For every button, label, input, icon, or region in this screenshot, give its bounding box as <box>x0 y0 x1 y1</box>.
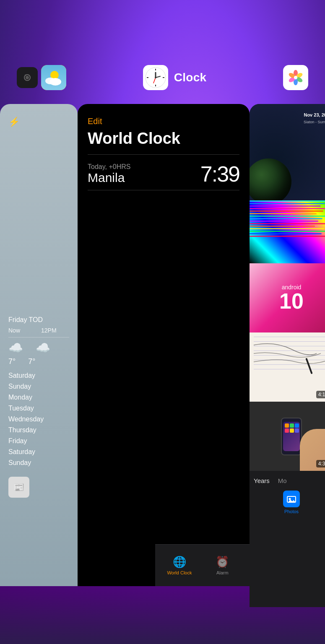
temp-noon: 7° <box>28 357 35 366</box>
svg-point-2 <box>26 76 29 79</box>
tab-alarm-label: Alarm <box>216 570 229 575</box>
photos-tabs-row: Years Mo <box>254 477 325 484</box>
weather-days-header: Friday TOD <box>8 316 69 324</box>
tab-world-clock[interactable]: 🌐 World Clock <box>167 556 192 575</box>
clock-offset: Today, +0HRS <box>88 163 130 171</box>
photo-location-overlay: Siaton - Sumaliri <box>304 120 325 124</box>
divider <box>88 154 239 155</box>
photos-active-tab-label: Photos <box>284 509 299 514</box>
left-icons-cluster <box>17 65 66 90</box>
list-item: Tuesday <box>8 403 69 414</box>
clock-card[interactable]: Edit World Clock Today, +0HRS Manila 7:3… <box>78 104 250 586</box>
list-item: Wednesday <box>8 414 69 425</box>
newspaper-icon: 📰 <box>8 477 29 498</box>
photo-panel-earth: Nov 23, 201 Siaton - Sumaliri Nov 23, 20… <box>250 104 325 200</box>
photos-app-icon[interactable] <box>283 65 308 90</box>
list-item: Sunday <box>8 381 69 392</box>
weather-time-row: Now 12PM <box>8 327 69 338</box>
photo-panel-notebook: 4:17 <box>250 332 325 402</box>
list-item: Monday <box>8 392 69 403</box>
list-item: Thursday <box>8 425 69 436</box>
cloud-icon-1: ☁️ <box>8 341 23 355</box>
android-text: android 10 <box>279 284 304 312</box>
clock-time: 7:39 <box>200 161 239 187</box>
weather-app-icon[interactable] <box>41 65 66 90</box>
clock-app-label: Clock <box>174 71 207 84</box>
space-bg: Nov 23, 201 Siaton - Sumaliri <box>250 104 325 200</box>
photos-icon-box <box>283 491 300 507</box>
svg-point-17 <box>155 77 156 78</box>
list-item: Saturday <box>8 370 69 381</box>
weather-day-list: Saturday Sunday Monday Tuesday Wednesday… <box>8 370 69 468</box>
photos-bottom-bar: Years Mo Photos <box>250 471 325 520</box>
svg-point-25 <box>294 76 297 79</box>
svg-rect-3 <box>25 75 26 75</box>
tab-alarm[interactable]: ⏰ Alarm <box>216 556 229 575</box>
world-clock-title: World Clock <box>88 130 239 148</box>
world-clock-icon: 🌐 <box>173 556 186 569</box>
clock-tab-bar: 🌐 World Clock ⏰ Alarm 🛏 Bedtime ⏱ Stopwa… <box>155 544 250 586</box>
photo-panel-android: android 10 <box>250 263 325 332</box>
top-icons-row: Clock <box>0 65 325 90</box>
photo-date-overlay: Nov 23, 201 <box>304 112 325 117</box>
svg-rect-26 <box>305 358 312 374</box>
svg-point-7 <box>49 78 61 86</box>
clock-app-header: Clock <box>143 65 207 90</box>
photo-panel-neon <box>250 200 325 263</box>
camera-app-icon[interactable] <box>17 67 38 88</box>
small-phone <box>281 418 302 455</box>
alarm-icon: ⏰ <box>216 556 229 569</box>
photo-timestamp-1: 4:17 <box>316 391 325 398</box>
weather-lightning-icon: ⚡ <box>8 117 69 127</box>
divider-2 <box>88 190 239 190</box>
cloud-icon-2: ☁️ <box>36 341 50 355</box>
clock-city: Manila <box>88 171 130 185</box>
list-item: Saturday <box>8 447 69 457</box>
photos-bottom-tab[interactable]: Photos <box>254 491 325 514</box>
tab-world-clock-label: World Clock <box>167 570 192 575</box>
photo-timestamp-2: 4:36 <box>316 460 325 467</box>
list-item: Friday <box>8 436 69 447</box>
android-number: 10 <box>279 289 304 313</box>
clock-app-icon[interactable] <box>143 65 168 90</box>
weather-card[interactable]: ⚡ Friday TOD Now 12PM ☁️ ☁️ 7° 7° <box>0 104 78 586</box>
photos-tab-years[interactable]: Years <box>254 477 270 484</box>
earth-sphere <box>250 158 291 200</box>
photo-panel-phone: 4:36 <box>250 402 325 471</box>
cards-container: ⚡ Friday TOD Now 12PM ☁️ ☁️ 7° 7° <box>0 104 325 644</box>
edit-button[interactable]: Edit <box>88 117 239 126</box>
photos-card[interactable]: Nov 23, 201 Siaton - Sumaliri Nov 23, 20… <box>250 104 325 607</box>
clock-entry-manila: Today, +0HRS Manila 7:39 <box>88 161 239 187</box>
photos-tab-mo[interactable]: Mo <box>278 477 287 484</box>
list-item: Sunday <box>8 457 69 468</box>
weather-cloud-row: ☁️ ☁️ <box>8 341 69 355</box>
svg-point-28 <box>289 498 291 500</box>
weather-temp-row: 7° 7° <box>8 357 69 366</box>
temp-now: 7° <box>8 357 16 366</box>
